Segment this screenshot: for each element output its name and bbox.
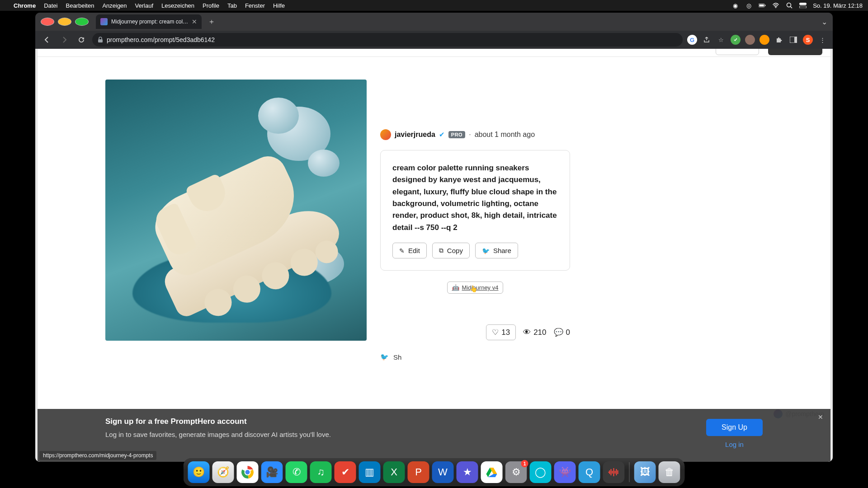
- dock-chrome-icon[interactable]: [237, 461, 259, 483]
- menubar-item[interactable]: Profile: [203, 2, 219, 9]
- dock-word-icon[interactable]: W: [432, 461, 454, 483]
- menubar-item[interactable]: Lesezeichen: [161, 2, 194, 9]
- eye-icon: 👁: [523, 328, 531, 337]
- dock-settings-icon[interactable]: ⚙1: [505, 461, 527, 483]
- extension-icon[interactable]: [760, 35, 769, 45]
- search-icon[interactable]: [786, 2, 793, 9]
- edit-button[interactable]: ✎ Edit: [392, 243, 427, 258]
- window-minimize-button[interactable]: [58, 18, 71, 26]
- bookmark-star-icon[interactable]: ☆: [716, 35, 726, 45]
- banner-subtitle: Log in to save favorites, generate image…: [105, 431, 331, 438]
- dock-safari-icon[interactable]: 🧭: [212, 461, 234, 483]
- svg-rect-7: [799, 6, 807, 8]
- author-avatar[interactable]: [380, 129, 391, 140]
- browser-toolbar: prompthero.com/prompt/5ed3adb6142 G ☆ S …: [35, 31, 833, 49]
- dock-todoist-icon[interactable]: ✔: [335, 461, 356, 483]
- sidepanel-icon[interactable]: [788, 35, 798, 45]
- tab-favicon-icon: [100, 18, 108, 25]
- dock-trash-icon[interactable]: 🗑: [659, 461, 680, 483]
- dock-spotify-icon[interactable]: ♫: [310, 461, 332, 483]
- header-button-outline[interactable]: [716, 49, 759, 55]
- dock-app-icon[interactable]: ◯: [530, 461, 552, 483]
- menubar-item[interactable]: Fenster: [245, 2, 265, 9]
- window-maximize-button[interactable]: [75, 18, 89, 26]
- chrome-menu-icon[interactable]: ⋮: [817, 35, 827, 45]
- prompt-card: cream color palette running sneakers des…: [380, 150, 570, 271]
- record-icon[interactable]: ◉: [731, 2, 739, 9]
- dock-powerpoint-icon[interactable]: P: [408, 461, 429, 483]
- banner-close-icon[interactable]: ✕: [818, 413, 823, 421]
- google-translate-icon[interactable]: G: [687, 35, 697, 45]
- profile-avatar[interactable]: S: [803, 35, 813, 45]
- address-bar[interactable]: prompthero.com/prompt/5ed3adb6142: [92, 33, 683, 47]
- dock-quicktime-icon[interactable]: Q: [579, 461, 600, 483]
- banner-title: Sign up for a free PromptHero account: [105, 417, 331, 426]
- svg-rect-8: [98, 39, 103, 42]
- login-link[interactable]: Log in: [725, 441, 744, 448]
- wifi-icon[interactable]: [772, 2, 779, 9]
- copy-icon: ⧉: [439, 247, 443, 254]
- dock-voicememos-icon[interactable]: [603, 461, 625, 483]
- copy-button[interactable]: ⧉ Copy: [432, 243, 470, 258]
- site-header-partial: [38, 49, 830, 57]
- adblock-shield-icon[interactable]: [731, 35, 741, 45]
- menubar-item[interactable]: Datei: [44, 2, 57, 9]
- share-page-icon[interactable]: [702, 35, 712, 45]
- dock-drive-icon[interactable]: [481, 461, 503, 483]
- screen-record-icon[interactable]: ◎: [745, 2, 752, 9]
- back-button[interactable]: [41, 33, 53, 46]
- generated-image[interactable]: [105, 80, 367, 341]
- tab-title: Midjourney prompt: cream col…: [111, 19, 188, 25]
- header-button-dark[interactable]: [768, 49, 822, 55]
- new-tab-button[interactable]: ＋: [205, 15, 218, 28]
- menubar-item[interactable]: Verlauf: [135, 2, 153, 9]
- browser-tab[interactable]: Midjourney prompt: cream col… ✕: [96, 14, 202, 29]
- verified-icon: ✔: [439, 131, 445, 139]
- share-row-label[interactable]: Sh: [393, 353, 401, 361]
- window-controls: [41, 18, 89, 26]
- menubar-app-name[interactable]: Chrome: [14, 2, 36, 9]
- menubar-item[interactable]: Hilfe: [273, 2, 285, 9]
- control-center-icon[interactable]: [799, 2, 807, 9]
- signup-button[interactable]: Sign Up: [706, 419, 763, 436]
- comments-stat[interactable]: 💬 0: [554, 328, 570, 337]
- share-button[interactable]: 🐦 Share: [475, 243, 518, 258]
- extension-icon[interactable]: [745, 35, 755, 45]
- share-label: Share: [493, 247, 511, 254]
- svg-point-3: [775, 7, 776, 8]
- reload-button[interactable]: [75, 33, 88, 46]
- svg-rect-10: [794, 37, 797, 43]
- dock-excel-icon[interactable]: X: [383, 461, 405, 483]
- settings-badge: 1: [521, 460, 528, 467]
- chrome-window: Midjourney prompt: cream col… ✕ ＋ ⌄ prom…: [35, 13, 833, 462]
- menubar-item[interactable]: Anzeigen: [102, 2, 127, 9]
- svg-rect-1: [760, 5, 764, 6]
- twitter-icon[interactable]: 🐦: [380, 353, 389, 361]
- author-name-link[interactable]: javierjrueda: [395, 131, 435, 139]
- menubar-item[interactable]: Tab: [227, 2, 237, 9]
- svg-point-4: [787, 3, 791, 7]
- dock-imovie-icon[interactable]: ★: [457, 461, 478, 483]
- stats-row: ♡ 13 👁 210 💬 0: [380, 324, 570, 340]
- window-close-button[interactable]: [41, 18, 54, 26]
- svg-rect-2: [765, 5, 765, 6]
- dock-preview-icon[interactable]: 🖼: [634, 461, 656, 483]
- tabs-overflow-icon[interactable]: ⌄: [821, 18, 827, 26]
- dock-zoom-icon[interactable]: 🎥: [261, 461, 283, 483]
- dock-finder-icon[interactable]: 🙂: [188, 461, 210, 483]
- extensions-puzzle-icon[interactable]: [774, 35, 784, 45]
- dock-whatsapp-icon[interactable]: ✆: [286, 461, 307, 483]
- menubar-datetime[interactable]: So. 19. März 12:18: [813, 2, 863, 9]
- dock-discord-icon[interactable]: 👾: [554, 461, 576, 483]
- menubar-item[interactable]: Bearbeiten: [66, 2, 94, 9]
- lock-icon: [98, 37, 103, 43]
- author-row: javierjrueda ✔ PRO · about 1 month ago: [380, 129, 570, 140]
- battery-icon[interactable]: [759, 2, 766, 9]
- tab-close-icon[interactable]: ✕: [192, 18, 197, 25]
- macos-dock: 🙂 🧭 🎥 ✆ ♫ ✔ ▥ X P W ★ ⚙1 ◯ 👾 Q 🖼 🗑: [184, 458, 685, 486]
- svg-line-5: [791, 7, 793, 9]
- forward-button[interactable]: [58, 33, 71, 46]
- like-button[interactable]: ♡ 13: [486, 324, 516, 340]
- dock-trello-icon[interactable]: ▥: [359, 461, 381, 483]
- cloud-shape-icon: [258, 98, 299, 134]
